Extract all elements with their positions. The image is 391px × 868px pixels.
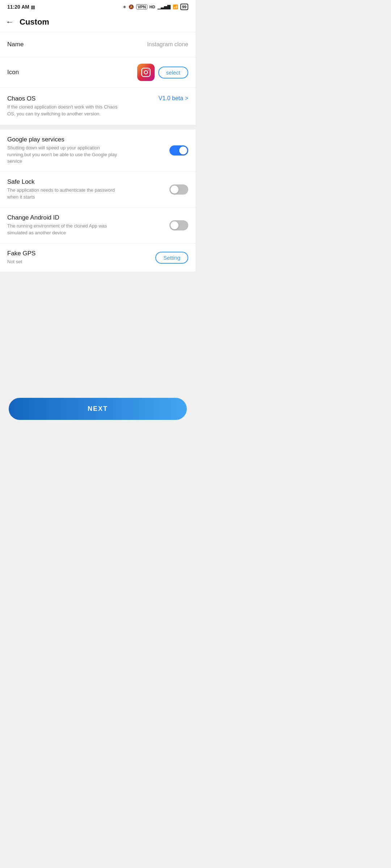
content-filler bbox=[0, 272, 196, 391]
toggle-knob-2 bbox=[171, 186, 178, 193]
name-value[interactable]: Instagram clone bbox=[147, 41, 188, 48]
android-id-title: Change Android ID bbox=[7, 214, 169, 221]
chaos-os-version-link[interactable]: V1.0 beta > bbox=[159, 95, 188, 102]
google-play-title: Google play services bbox=[7, 136, 169, 143]
toggle-knob bbox=[179, 146, 187, 154]
page-title: Custom bbox=[20, 17, 49, 27]
signal-bars-icon: ▁▃▅▇ bbox=[157, 4, 171, 9]
wifi-icon: 📶 bbox=[173, 4, 178, 9]
fake-gps-setting-button[interactable]: Setting bbox=[155, 252, 188, 264]
select-icon-button[interactable]: select bbox=[158, 67, 188, 78]
vpn-badge: VPN bbox=[136, 4, 147, 9]
back-button[interactable]: ← bbox=[6, 17, 14, 27]
svg-point-1 bbox=[144, 71, 147, 74]
chaos-os-section: Chaos OS If the cloned application doesn… bbox=[0, 88, 196, 125]
chaos-os-title: Chaos OS bbox=[7, 95, 159, 102]
android-id-toggle[interactable] bbox=[169, 220, 188, 230]
icon-label: Icon bbox=[7, 69, 19, 76]
google-play-description: Shutting down will speed up your applica… bbox=[7, 145, 123, 165]
safe-lock-toggle[interactable] bbox=[169, 184, 188, 195]
mute-icon: 🔕 bbox=[129, 4, 134, 9]
fake-gps-section: Fake GPS Not set Setting bbox=[0, 243, 196, 272]
google-play-section: Google play services Shutting down will … bbox=[0, 129, 196, 172]
svg-rect-0 bbox=[142, 68, 150, 76]
status-bar: 11:20 AM ▩ ∗ 🔕 VPN HD ▁▃▅▇ 📶 99 bbox=[0, 0, 196, 12]
bluetooth-icon: ∗ bbox=[123, 4, 126, 9]
safe-lock-title: Safe Lock bbox=[7, 178, 169, 186]
fake-gps-subtitle: Not set bbox=[7, 259, 123, 265]
android-id-section: Change Android ID The running environmen… bbox=[0, 208, 196, 243]
fake-gps-title: Fake GPS bbox=[7, 250, 155, 257]
name-section: Name Instagram clone bbox=[0, 32, 196, 57]
chaos-os-description: If the cloned application doesn't work w… bbox=[7, 104, 123, 118]
header: ← Custom bbox=[0, 12, 196, 32]
safe-lock-description: The application needs to authenticate th… bbox=[7, 187, 123, 201]
svg-point-2 bbox=[148, 69, 149, 71]
battery-indicator: 99 bbox=[180, 4, 188, 10]
status-time: 11:20 AM bbox=[7, 4, 29, 10]
toggle-knob-3 bbox=[171, 221, 178, 229]
next-button[interactable]: NEXT bbox=[9, 398, 187, 420]
hd-badge: HD bbox=[150, 5, 155, 9]
safe-lock-section: Safe Lock The application needs to authe… bbox=[0, 172, 196, 207]
name-label: Name bbox=[7, 41, 24, 48]
signal-icon: ▩ bbox=[31, 4, 35, 10]
android-id-description: The running environment of the cloned Ap… bbox=[7, 223, 123, 237]
app-icon bbox=[137, 64, 155, 81]
section-divider-1 bbox=[0, 125, 196, 129]
next-button-area: NEXT bbox=[0, 391, 196, 430]
icon-section: Icon select bbox=[0, 57, 196, 88]
icon-controls: select bbox=[137, 64, 188, 81]
google-play-toggle[interactable] bbox=[169, 145, 188, 156]
